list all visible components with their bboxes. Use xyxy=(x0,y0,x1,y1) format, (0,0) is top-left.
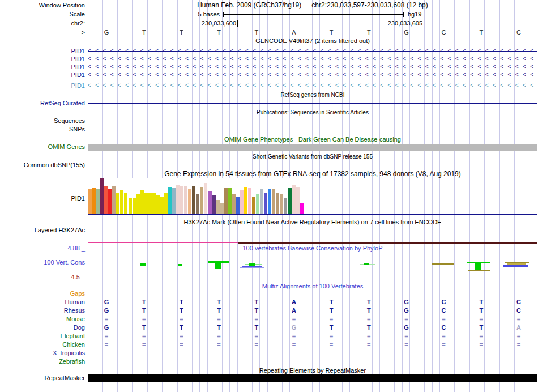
position-label: chr2:230,033,597-230,033,608 (12 bp) xyxy=(311,1,428,9)
multiz-title[interactable]: Multiz Alignments of 100 Vertebrates xyxy=(88,283,537,289)
dbsnp-title[interactable]: Short Genetic Variants from dbSNP releas… xyxy=(88,154,537,160)
gencode-item-label[interactable]: PID1 xyxy=(0,82,85,90)
gtex-bar xyxy=(120,190,123,214)
refseq-title[interactable]: RefSeq genes from NCBI xyxy=(88,92,537,99)
alignment-cell: T xyxy=(180,324,183,331)
gencode-transcript[interactable]: <<<<<<<<<<<<<<<<<<<<<<<<<<<<<<<<<<<<<<<<… xyxy=(88,56,537,62)
gtex-bar xyxy=(264,193,267,214)
gencode-transcript[interactable]: <<<<<<<<<<<<<<<<<<<<<<<<<<<<<<<<<<<<<<<<… xyxy=(88,83,537,88)
transcript-direction-arrows: <<<<<<<<<<<<<<<<<<<<<<<<<<<<<<<<<<<<<<<<… xyxy=(88,72,537,78)
alignment-cell: = xyxy=(217,333,220,340)
gtex-bar xyxy=(156,195,160,214)
refseq-curated-label[interactable]: RefSeq Curated xyxy=(0,100,85,107)
assembly-label: hg19 xyxy=(408,11,421,18)
alignment-cell: T xyxy=(217,299,221,306)
alignment-cell: T xyxy=(180,307,183,314)
gencode-item-label[interactable]: PID1 xyxy=(0,63,85,71)
alignment-cell: = xyxy=(367,333,370,340)
base-letter: A xyxy=(292,29,296,36)
gtex-bar xyxy=(129,198,132,214)
species-label-chicken[interactable]: Chicken xyxy=(0,341,85,348)
alignment-cell: T xyxy=(254,299,258,306)
omim-track-bar[interactable] xyxy=(88,144,537,151)
gtex-bar xyxy=(92,188,96,214)
snps-label[interactable]: SNPs xyxy=(0,126,85,133)
species-label-dog[interactable]: Dog xyxy=(0,324,85,331)
alignment-cell: C xyxy=(442,299,446,306)
gtex-bar xyxy=(244,187,247,214)
gtex-bar xyxy=(148,193,152,214)
base-letter: T xyxy=(142,29,146,36)
refseq-track-line[interactable] xyxy=(88,103,537,104)
gtex-bar xyxy=(232,194,236,214)
base-letter: C xyxy=(442,29,446,36)
alignment-cell: = xyxy=(330,316,333,323)
repeatmasker-title[interactable]: Repeating Elements by RepeatMasker xyxy=(88,367,537,374)
gencode-item-label[interactable]: PID1 xyxy=(0,48,85,55)
gencode-transcript[interactable]: <<<<<<<<<<<<<<<<<<<<<<<<<<<<<<<<<<<<<<<<… xyxy=(88,48,537,54)
h3k27ac-title[interactable]: H3K27Ac Mark (Often Found Near Active Re… xyxy=(88,219,537,225)
transcript-direction-arrows: <<<<<<<<<<<<<<<<<<<<<<<<<<<<<<<<<<<<<<<<… xyxy=(88,83,537,88)
publications-title[interactable]: Publications: Sequences in Scientific Ar… xyxy=(88,109,537,116)
alignment-cell: C xyxy=(516,307,521,314)
omim-title[interactable]: OMIM Gene Phenotypes - Dark Green Can Be… xyxy=(88,136,537,143)
gtex-bar xyxy=(248,188,251,214)
gencode-item-label[interactable]: PID1 xyxy=(0,56,85,63)
gencode-transcript[interactable]: <<<<<<<<<<<<<<<<<<<<<<<<<<<<<<<<<<<<<<<<… xyxy=(88,64,537,70)
alignment-cell: = xyxy=(517,341,520,348)
gtex-track-label[interactable]: PID1 xyxy=(0,195,85,202)
strand-arrow: ---> xyxy=(0,29,85,36)
repeatmasker-bar[interactable] xyxy=(88,374,537,382)
alignment-cell: = xyxy=(292,333,296,340)
conservation-mark xyxy=(140,263,146,266)
alignment-cell: T xyxy=(330,307,334,314)
gencode-title[interactable]: GENCODE V49lift37 (2 items filtered out) xyxy=(88,37,537,44)
conservation-mark xyxy=(505,262,529,263)
gtex-bar xyxy=(116,193,119,214)
gtex-bar xyxy=(100,178,104,214)
conservation-title[interactable]: 100 vertebrates Basewise Conservation by… xyxy=(88,245,537,252)
alignment-cell: T xyxy=(217,324,221,331)
dbsnp-label[interactable]: Common dbSNP(155) xyxy=(0,161,85,169)
gtex-bar xyxy=(284,198,287,214)
gtex-bar xyxy=(172,188,176,214)
conservation-mark xyxy=(507,263,526,265)
alignment-cell: = xyxy=(442,333,445,340)
scale-value: 5 bases xyxy=(88,11,220,18)
alignment-cell: = xyxy=(217,341,220,348)
h3k27ac-label[interactable]: Layered H3K27Ac xyxy=(0,227,85,234)
alignment-cell: = xyxy=(480,316,483,323)
gencode-item-label[interactable]: PID1 xyxy=(0,71,85,79)
alignment-cell: C xyxy=(442,324,446,331)
gtex-title[interactable]: Gene Expression in 54 tissues from GTEx … xyxy=(88,171,537,177)
window-position-label: Window Position xyxy=(0,2,85,9)
gtex-bar xyxy=(184,186,187,214)
alignment-cell: C xyxy=(442,307,446,314)
alignment-cell: G xyxy=(104,299,109,306)
gtex-bar xyxy=(160,197,164,214)
gencode-transcript[interactable]: <<<<<<<<<<<<<<<<<<<<<<<<<<<<<<<<<<<<<<<<… xyxy=(88,72,537,78)
species-label-mouse[interactable]: Mouse xyxy=(0,316,85,323)
alignment-cell: A xyxy=(292,299,296,306)
genome-label: Human Feb. 2009 (GRCh37/hg19) xyxy=(197,1,301,9)
gtex-bar xyxy=(133,198,136,214)
gtex-bar xyxy=(180,186,183,214)
alignment-cell: A xyxy=(516,324,521,331)
sequences-label[interactable]: Sequences xyxy=(0,117,85,125)
species-label-x_tropicalis[interactable]: X_tropicalis xyxy=(0,350,85,357)
omim-genes-label[interactable]: OMIM Genes xyxy=(0,143,85,151)
alignment-cell: T xyxy=(479,299,483,306)
repeatmasker-label[interactable]: RepeatMasker xyxy=(0,374,85,382)
alignment-cell: = xyxy=(180,341,183,348)
h3k27ac-signal xyxy=(88,242,238,243)
conservation-mark xyxy=(475,263,481,270)
species-label-elephant[interactable]: Elephant xyxy=(0,333,85,340)
coordinate-left-tick xyxy=(237,20,238,27)
conservation-label[interactable]: 100 Vert. Cons xyxy=(0,259,85,266)
species-label-zebrafish[interactable]: Zebrafish xyxy=(0,358,85,365)
gtex-bar xyxy=(212,195,216,214)
species-label-rhesus[interactable]: Rhesus xyxy=(0,307,85,314)
coordinate-left: 230,033,600 xyxy=(170,20,236,27)
species-label-human[interactable]: Human xyxy=(0,299,85,306)
species-label-gaps[interactable]: Gaps xyxy=(0,290,85,297)
